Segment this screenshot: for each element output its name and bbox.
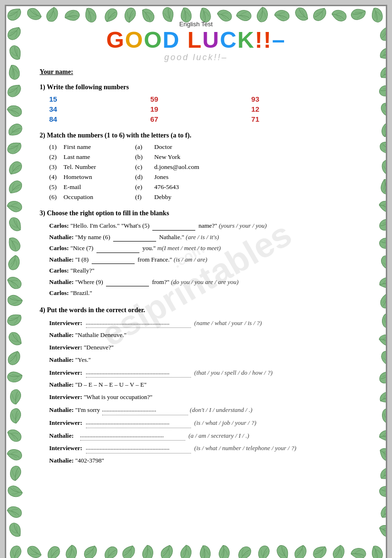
words-line-11: Interviewer: ...........................… [49,443,352,453]
interviewer-4: Interviewer: [49,393,82,400]
number-19: 19 [150,105,252,113]
match-row-1: (1) First name (a) Doctor [49,143,331,151]
nathalie-s-3: Nathalie: [49,381,74,388]
match-row-6: (6) Occupation (f) Debby [49,193,331,201]
page: // Generate leaf positions around the bo… [5,5,387,558]
interviewer-5: Interviewer: [49,419,82,426]
match-letter-a: (a) [135,143,154,151]
match-num-2: (2) [49,153,64,161]
match-num-1: (1) [49,143,64,151]
number-84: 84 [49,115,150,123]
match-num-6: (6) [49,193,64,201]
carlos-text-2: "Nice (7) you." [70,244,156,252]
section-4-content: Interviewer: ...........................… [49,318,352,466]
interviewer-1: Interviewer: [49,319,82,326]
words-line-4: Nathalie: "Yes." [49,355,352,365]
dialogue-line-3: Carlos: "Nice (7) you." m(I meet / meet … [49,243,352,253]
match-table: (1) First name (a) Doctor (2) Last name … [49,143,331,201]
carlos-text-3: "Really?" [70,267,94,274]
options-6: (do you / you are / are you) [171,278,239,285]
match-num-3: (3) [49,163,64,171]
o2-letter: O [144,27,162,53]
match-label-3: Tel. Number [64,163,135,171]
words-options-3: (don't / I / understand / .) [190,406,253,413]
interviewer-3: Interviewer: [49,369,82,376]
match-letter-b: (b) [135,153,154,161]
header: English Test GOOD LUCK!!– good luck!!– [40,21,352,63]
interviewer-ans-1: "Deneuve?" [84,344,114,351]
match-label-4: Hometown [64,173,135,181]
your-name-label: Your name: [40,68,352,76]
nathalie-text-1: "My name (6) Nathalie." [75,233,184,241]
number-15: 15 [49,95,150,103]
match-row-3: (3) Tel. Number (c) d.jones@aol.com [49,163,331,171]
c-letter: C [220,27,238,53]
match-value-2: New York [154,153,331,161]
words-line-2: Nathalie: "Nathalie Deneuve." [49,330,352,340]
dialogue-line-2: Nathalie: "My name (6) Nathalie." (are /… [49,232,352,242]
g-letter: G [106,27,125,53]
speaker-carlos-1: Carlos: [49,222,69,229]
match-row-2: (2) Last name (b) New York [49,153,331,161]
interviewer-ans-2: "What is your occupation?" [84,393,153,400]
words-line-12: Nathalie: "402-3798" [49,456,352,466]
o1-letter: O [125,27,144,53]
words-line-7: Interviewer: "What is your occupation?" [49,392,352,402]
blank-6 [113,241,156,242]
match-row-5: (5) E-mail (e) 476-5643 [49,183,331,191]
section-1-title: 1) Write the following numbers [40,84,352,91]
nathalie-s-4: Nathalie: [49,406,74,413]
speaker-nathalie-3: Nathalie: [49,278,74,285]
number-67: 67 [150,115,252,123]
match-label-2: Last name [64,153,135,161]
section-1: 1) Write the following numbers 15 59 93 … [40,84,352,123]
dash-letter: – [272,27,286,53]
section-4-title: 4) Put the words in the correct order. [40,306,352,314]
dots-5: ........................................… [80,431,185,441]
blank-8 [92,263,135,264]
nathalie-ans-6: "402-3798" [75,457,104,464]
words-line-10: Nathalie: ..............................… [49,431,352,441]
nathalie-ans-3: "D – E – N – E – U – V – E" [75,381,147,388]
match-value-4: Jones [154,173,331,181]
dialogue-line-4: Nathalie: "I (8) from France." (is / am … [49,255,352,264]
nathalie-s-5: Nathalie: [49,432,74,439]
l-letter: L [188,27,202,53]
words-options-4: (is / what / job / your / ?) [194,419,256,426]
match-letter-c: (c) [135,163,154,171]
dialogue-line-1: Carlos: "Hello. I'm Carlos." "What's (5)… [49,221,352,231]
section-4: 4) Put the words in the correct order. I… [40,306,352,466]
nathalie-s-2: Nathalie: [49,356,74,363]
speaker-carlos-4: Carlos: [49,289,69,296]
nathalie-ans-1: "Nathalie Deneuve." [75,331,127,338]
speaker-carlos-2: Carlos: [49,244,69,252]
ex1: !! [255,27,272,53]
match-value-1: Doctor [154,143,331,151]
number-71: 71 [251,115,352,123]
match-row-4: (4) Hometown (d) Jones [49,173,331,181]
dots-6: ........................................… [86,443,191,453]
match-letter-f: (f) [135,193,154,201]
match-letter-e: (e) [135,183,154,191]
interviewer-6: Interviewer: [49,444,82,452]
dialogue-line-5: Carlos: "Really?" [49,266,352,275]
nathalie-ans-4: "I'm sorry [75,406,100,413]
words-options-2: (that / you / spell / do / how / ?) [194,369,273,376]
words-options-5: (a / am / secretary / I / .) [189,432,249,439]
speaker-carlos-3: Carlos: [49,267,69,274]
blank-7 [96,253,139,253]
section-3-content: Carlos: "Hello. I'm Carlos." "What's (5)… [49,221,352,298]
dialogue-line-6: Nathalie: "Where (9) from?" (do you / yo… [49,277,352,287]
section-2: 2) Match the numbers (1 to 6) with the l… [40,132,352,201]
options-2: (are / is / it's) [186,233,219,241]
section-3-title: 3) Choose the right option to fill in th… [40,210,352,217]
match-label-1: First name [64,143,135,151]
nathalie-text-3: "Where (9) from?" [75,278,170,285]
match-value-6: Debby [154,193,331,201]
words-line-8: Nathalie: "I'm sorry....................… [49,405,352,415]
number-93: 93 [251,95,352,103]
blank-9 [106,286,149,286]
words-options-1: (name / what / your / is / ?) [194,319,262,326]
subtitle-line: good luck!!– [40,53,352,63]
good-luck-title: GOOD LUCK!!– [40,29,352,52]
